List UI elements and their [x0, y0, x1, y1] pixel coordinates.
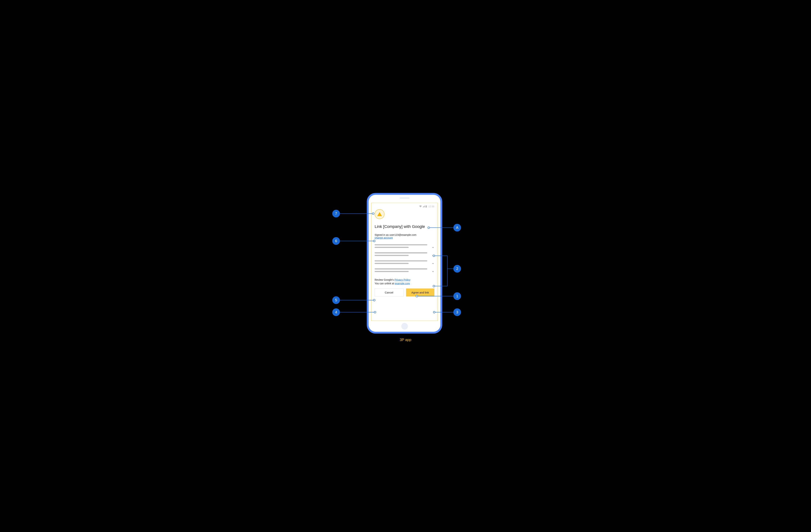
triangle-icon [377, 212, 382, 216]
permission-item[interactable]: ⌄ [374, 243, 434, 251]
callout-A: A [453, 224, 461, 231]
callout-5: 5 [332, 296, 340, 304]
privacy-row: Review Google's Privacy Policy [374, 278, 434, 281]
status-time: 12:30 [428, 205, 434, 208]
callout-4: 4 [332, 308, 340, 316]
callout-3: 3 [453, 308, 461, 316]
diagram-caption: 3P app [400, 337, 411, 342]
company-logo [374, 209, 384, 219]
cell-signal-icon [423, 206, 425, 208]
permission-item[interactable]: ⌄ [374, 251, 434, 259]
privacy-prefix: Review Google's [374, 278, 395, 281]
cancel-button[interactable]: Cancel [374, 288, 403, 297]
callout-7: 7 [332, 210, 340, 217]
chevron-down-icon: ⌄ [432, 261, 434, 264]
change-account-link[interactable]: change account [374, 236, 393, 239]
chevron-down-icon: ⌄ [432, 269, 434, 273]
battery-icon [425, 205, 427, 208]
page-title: Link [Company] with Google [374, 224, 434, 229]
phone-speaker [400, 197, 410, 199]
signed-in-email: user123@example.com [389, 233, 416, 236]
phone-frame: 12:30 Link [Company] with Google Signed … [367, 193, 442, 334]
signed-in-label: Signed in as [374, 233, 389, 236]
unlink-row: You can unlink at example.com [374, 282, 434, 285]
signed-in-row: Signed in as user123@example.com change … [374, 233, 434, 239]
permissions-list: ⌄ ⌄ ⌄ ⌄ [374, 243, 434, 275]
diagram-stage: 12:30 Link [Company] with Google Signed … [281, 184, 530, 348]
unlink-prefix: You can unlink at [374, 282, 395, 285]
callout-6: 6 [332, 237, 340, 245]
permission-item[interactable]: ⌄ [374, 259, 434, 267]
privacy-policy-link[interactable]: Privacy Policy [395, 278, 410, 281]
callout-2: 2 [453, 265, 461, 273]
phone-home-button [401, 323, 408, 330]
svg-rect-0 [425, 206, 427, 208]
consent-screen: 12:30 Link [Company] with Google Signed … [371, 203, 438, 321]
chevron-down-icon: ⌄ [432, 245, 434, 248]
wifi-icon [419, 206, 422, 208]
button-row: Cancel Agree and link [374, 288, 434, 297]
svg-rect-1 [426, 205, 427, 206]
permission-item[interactable]: ⌄ [374, 267, 434, 275]
agree-and-link-button[interactable]: Agree and link [406, 288, 434, 297]
chevron-down-icon: ⌄ [432, 253, 434, 257]
status-bar: 12:30 [374, 205, 434, 208]
callout-1: 1 [453, 292, 461, 300]
unlink-link[interactable]: example.com [395, 282, 410, 285]
